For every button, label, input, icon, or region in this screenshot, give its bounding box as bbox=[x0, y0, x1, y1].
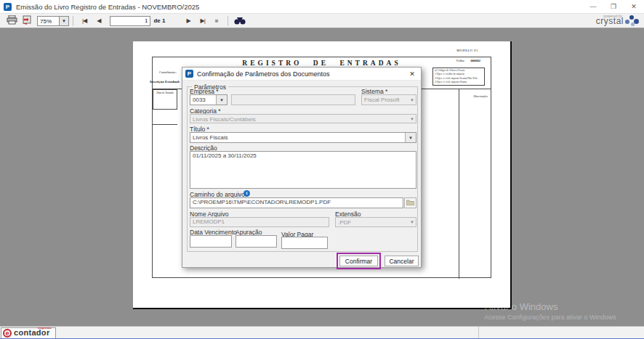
windows-activation-watermark-sub: Acesse Configurações para ativar o Windo… bbox=[484, 314, 616, 321]
report-col-header-observacoes: Observações bbox=[474, 95, 488, 98]
toolbar-separator bbox=[73, 16, 73, 26]
stop-icon: ■ bbox=[215, 17, 218, 24]
chevron-down-icon[interactable]: ▼ bbox=[405, 133, 416, 142]
minimize-button[interactable]: — bbox=[583, 0, 603, 13]
info-icon[interactable]: i bbox=[243, 190, 250, 197]
contador-wordmark: contador bbox=[14, 328, 49, 337]
chevron-down-icon: ▼ bbox=[408, 218, 416, 226]
crystal-logo-dot bbox=[629, 15, 634, 20]
dialog-title: Confirmação de Parâmetros dos Documentos bbox=[197, 70, 330, 78]
last-page-button[interactable]: ▶| bbox=[198, 15, 207, 28]
chevron-down-icon: ▼ bbox=[408, 115, 416, 123]
caminho-input[interactable]: C:\PROEMP16\TMP\ECONTADOR\LREMODP1.PDF bbox=[190, 197, 403, 208]
report-model-label: MODELO P1 bbox=[456, 49, 478, 52]
sistema-value: Fiscal Prosoft bbox=[362, 95, 408, 105]
browse-button[interactable] bbox=[404, 197, 416, 208]
next-page-button[interactable]: ▶ bbox=[184, 15, 192, 28]
toolbar-separator bbox=[228, 16, 228, 26]
maximize-button[interactable]: ❐ bbox=[603, 0, 624, 13]
categoria-value: Livros Fiscais/Contábeis bbox=[190, 115, 408, 123]
chevron-down-icon: ▼ bbox=[408, 95, 416, 105]
report-inscricao-label: Inscrição Estadual: bbox=[150, 80, 180, 83]
legend-line: 2-Oper. s/ créd. imposto-Isentas/Não Tri… bbox=[435, 77, 483, 81]
zoom-select[interactable]: 75% ▼ bbox=[37, 16, 69, 26]
report-contribuinte-label: Contribuinte: bbox=[159, 70, 177, 74]
legend-line: 3-Oper. s/ créd. imposto-Outras bbox=[435, 81, 483, 84]
binoculars-icon bbox=[234, 15, 246, 28]
search-button[interactable] bbox=[232, 15, 248, 28]
page-number-input[interactable] bbox=[110, 16, 150, 26]
window-title: Emissão do Livro Registro de Entradas - … bbox=[16, 3, 199, 11]
descricao-textarea[interactable]: 01/11/2025 a 30/11/2025 bbox=[190, 151, 416, 189]
cancel-button[interactable]: Cancelar bbox=[385, 256, 419, 266]
empresa-value: 0033 bbox=[190, 95, 216, 105]
export-button[interactable] bbox=[20, 15, 35, 28]
crystal-brand: powered by crystal bbox=[583, 14, 640, 27]
empresa-name-field bbox=[231, 94, 355, 105]
chevron-down-icon[interactable]: ▼ bbox=[216, 95, 227, 105]
print-button[interactable] bbox=[4, 15, 20, 28]
folder-icon bbox=[406, 200, 414, 207]
prev-page-button[interactable]: ◀ bbox=[94, 15, 102, 28]
crystal-logo-dot bbox=[625, 20, 629, 24]
first-page-icon: |◀ bbox=[82, 17, 86, 24]
close-button[interactable]: ✕ bbox=[624, 0, 644, 13]
contador-e-icon: e bbox=[3, 329, 12, 338]
report-sheet-number: Folha:000002 bbox=[456, 59, 480, 62]
report-col-header-data-entrada: Data de Entrada bbox=[153, 89, 177, 110]
titulo-select[interactable]: Livros Fiscais ▼ bbox=[190, 132, 416, 143]
nome-arquivo-field: LREMODP1 bbox=[190, 217, 329, 227]
sistema-select[interactable]: Fiscal Prosoft ▼ bbox=[361, 94, 416, 105]
title-bar: P Emissão do Livro Registro de Entradas … bbox=[0, 0, 644, 13]
zoom-value: 75% bbox=[37, 16, 59, 26]
confirm-button[interactable]: Confirmar bbox=[339, 256, 378, 266]
contador-logo: e empresas contador bbox=[1, 327, 56, 339]
report-rule bbox=[459, 89, 459, 279]
next-page-icon: ▶ bbox=[186, 17, 190, 24]
export-icon bbox=[22, 15, 33, 28]
windows-activation-watermark: Ativar o Windows bbox=[485, 301, 558, 312]
titulo-value: Livros Fiscais bbox=[190, 133, 405, 142]
extensao-select[interactable]: .PDF ▼ bbox=[335, 217, 416, 227]
report-legend-box: a) Códigos de Valores Fiscais 1-Oper. c/… bbox=[432, 68, 485, 86]
app-window: P Emissão do Livro Registro de Entradas … bbox=[0, 0, 644, 339]
apuracao-input[interactable] bbox=[236, 235, 277, 248]
extensao-value: .PDF bbox=[336, 218, 408, 226]
app-icon: P bbox=[4, 3, 12, 11]
chevron-down-icon[interactable]: ▼ bbox=[59, 16, 69, 26]
dialog-app-icon: P bbox=[185, 70, 193, 78]
last-page-icon: ▶| bbox=[201, 17, 205, 24]
categoria-select[interactable]: Livros Fiscais/Contábeis ▼ bbox=[190, 114, 416, 123]
valor-pagar-input[interactable] bbox=[281, 237, 328, 249]
report-title: REGISTRO DE ENTRADAS bbox=[153, 60, 491, 67]
printer-icon bbox=[7, 15, 17, 28]
crystal-wordmark: crystal bbox=[596, 16, 624, 26]
status-bar: e empresas contador bbox=[0, 326, 644, 339]
prev-page-icon: ◀ bbox=[97, 17, 100, 24]
status-bar-divider bbox=[478, 327, 479, 339]
empresa-select[interactable]: 0033 ▼ bbox=[190, 94, 228, 105]
crystal-logo-dot bbox=[631, 23, 635, 26]
parameters-dialog: P Confirmação de Parâmetros dos Document… bbox=[182, 67, 422, 268]
dialog-title-bar[interactable]: P Confirmação de Parâmetros dos Document… bbox=[182, 68, 421, 81]
data-vencimento-input[interactable] bbox=[190, 235, 232, 248]
report-toolbar: 75% ▼ |◀ ◀ de 1 ▶ ▶| ■ bbox=[0, 13, 644, 28]
crystal-logo-dot bbox=[634, 19, 639, 24]
page-count-label: de 1 bbox=[153, 17, 165, 24]
first-page-button[interactable]: |◀ bbox=[80, 15, 89, 28]
report-rule bbox=[153, 124, 177, 125]
stop-button[interactable]: ■ bbox=[213, 15, 220, 28]
dialog-close-button[interactable]: ✕ bbox=[406, 69, 418, 79]
